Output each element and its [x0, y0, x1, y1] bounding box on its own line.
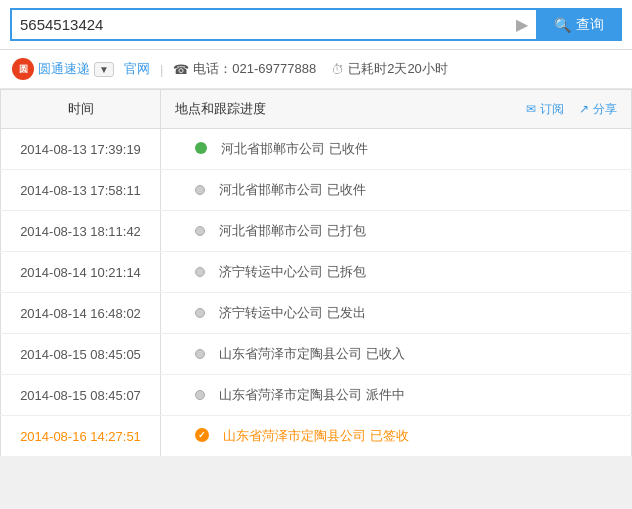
company-name[interactable]: 圆通速递 [38, 60, 90, 78]
row-location: 济宁转运中心公司 已拆包 [161, 252, 632, 293]
row-time: 2014-08-14 10:21:14 [1, 252, 161, 293]
timeline-dot [195, 183, 205, 198]
table-header-row: 时间 地点和跟踪进度 ✉ 订阅 ↗ 分享 [1, 90, 632, 129]
phone-info: ☎ 电话：021-69777888 [173, 60, 316, 78]
share-icon: ↗ [579, 102, 589, 116]
timeline-dot [195, 388, 205, 403]
row-time: 2014-08-13 18:11:42 [1, 211, 161, 252]
table-row: 2014-08-13 18:11:42河北省邯郸市公司 已打包 [1, 211, 632, 252]
timeline-dot [195, 428, 209, 445]
company-logo-circle: 圆 [12, 58, 34, 80]
row-location-text: 河北省邯郸市公司 已打包 [219, 222, 366, 240]
search-button[interactable]: 🔍 查询 [536, 8, 622, 41]
timeline-dot [195, 265, 205, 280]
timeline-dot [195, 306, 205, 321]
share-button[interactable]: ↗ 分享 [579, 101, 617, 118]
subscribe-label: 订阅 [540, 101, 564, 118]
row-time: 2014-08-14 16:48:02 [1, 293, 161, 334]
row-location-text: 河北省邯郸市公司 已收件 [221, 140, 368, 158]
row-location-text: 济宁转运中心公司 已发出 [219, 304, 366, 322]
send-icon[interactable]: ▶ [516, 15, 528, 34]
row-location: 河北省邯郸市公司 已打包 [161, 211, 632, 252]
clock-icon: ⏱ [331, 62, 344, 77]
phone-icon: ☎ [173, 62, 189, 77]
row-location: 山东省菏泽市定陶县公司 已签收 [161, 416, 632, 457]
search-input-wrap: ▶ [10, 8, 536, 41]
row-time: 2014-08-15 08:45:05 [1, 334, 161, 375]
row-time: 2014-08-16 14:27:51 [1, 416, 161, 457]
search-icon: 🔍 [554, 17, 571, 33]
phone-label: 电话：021-69777888 [193, 60, 316, 78]
company-bar: 圆 圆通速递 ▼ 官网 | ☎ 电话：021-69777888 ⏱ 已耗时2天2… [0, 50, 632, 89]
row-location-text: 山东省菏泽市定陶县公司 已签收 [223, 427, 409, 445]
row-time: 2014-08-13 17:58:11 [1, 170, 161, 211]
logo-text: 圆 [19, 63, 28, 76]
time-label: 已耗时2天20小时 [348, 60, 448, 78]
row-time: 2014-08-15 08:45:07 [1, 375, 161, 416]
row-location: 河北省邯郸市公司 已收件 [161, 170, 632, 211]
timeline-dot [195, 142, 207, 157]
share-label: 分享 [593, 101, 617, 118]
row-location: 济宁转运中心公司 已发出 [161, 293, 632, 334]
row-location: 河北省邯郸市公司 已收件 [161, 129, 632, 170]
separator-1: | [160, 62, 163, 77]
row-location-text: 济宁转运中心公司 已拆包 [219, 263, 366, 281]
search-button-label: 查询 [576, 16, 604, 34]
timeline-dot [195, 224, 205, 239]
row-location: 山东省菏泽市定陶县公司 已收入 [161, 334, 632, 375]
row-location-text: 山东省菏泽市定陶县公司 派件中 [219, 386, 405, 404]
table-row: 2014-08-14 10:21:14济宁转运中心公司 已拆包 [1, 252, 632, 293]
search-bar: ▶ 🔍 查询 [0, 0, 632, 50]
search-input[interactable] [20, 16, 516, 33]
table-row: 2014-08-13 17:58:11河北省邯郸市公司 已收件 [1, 170, 632, 211]
row-location-text: 山东省菏泽市定陶县公司 已收入 [219, 345, 405, 363]
timeline-dot [195, 347, 205, 362]
official-link[interactable]: 官网 [124, 60, 150, 78]
row-location: 山东省菏泽市定陶县公司 派件中 [161, 375, 632, 416]
envelope-icon: ✉ [526, 102, 536, 116]
col-location-label: 地点和跟踪进度 [175, 100, 266, 118]
col-location-header: 地点和跟踪进度 ✉ 订阅 ↗ 分享 [161, 90, 632, 129]
table-row: 2014-08-16 14:27:51山东省菏泽市定陶县公司 已签收 [1, 416, 632, 457]
row-time: 2014-08-13 17:39:19 [1, 129, 161, 170]
table-row: 2014-08-13 17:39:19河北省邯郸市公司 已收件 [1, 129, 632, 170]
col-time-header: 时间 [1, 90, 161, 129]
table-actions: ✉ 订阅 ↗ 分享 [526, 101, 617, 118]
row-location-text: 河北省邯郸市公司 已收件 [219, 181, 366, 199]
company-logo: 圆 圆通速递 ▼ [12, 58, 114, 80]
tracking-table: 时间 地点和跟踪进度 ✉ 订阅 ↗ 分享 [0, 89, 632, 457]
table-row: 2014-08-14 16:48:02济宁转运中心公司 已发出 [1, 293, 632, 334]
time-info: ⏱ 已耗时2天20小时 [331, 60, 448, 78]
table-row: 2014-08-15 08:45:05山东省菏泽市定陶县公司 已收入 [1, 334, 632, 375]
subscribe-button[interactable]: ✉ 订阅 [526, 101, 564, 118]
table-row: 2014-08-15 08:45:07山东省菏泽市定陶县公司 派件中 [1, 375, 632, 416]
app-container: ▶ 🔍 查询 圆 圆通速递 ▼ 官网 | ☎ 电话：021-69777888 ⏱… [0, 0, 632, 457]
company-dropdown-button[interactable]: ▼ [94, 62, 114, 77]
